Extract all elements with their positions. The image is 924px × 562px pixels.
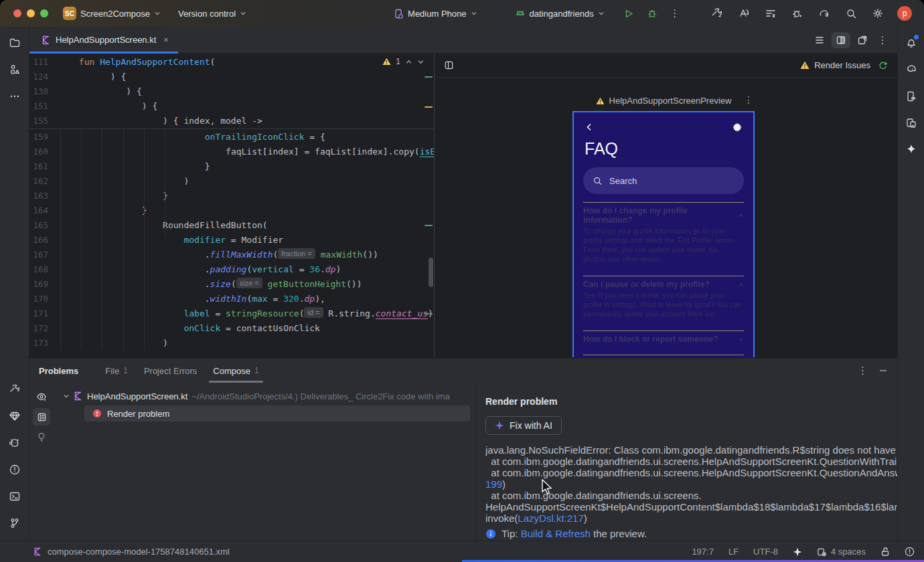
scroll-mark <box>425 313 433 314</box>
faq-search-bar[interactable]: Search <box>583 167 744 194</box>
next-issue-icon[interactable] <box>417 58 425 66</box>
search-everywhere-icon[interactable] <box>840 4 862 23</box>
logcat-icon[interactable] <box>4 432 25 454</box>
editor-more-icon[interactable]: ⋮ <box>874 32 891 48</box>
gradle-sync-icon[interactable] <box>813 4 836 23</box>
error-status-icon[interactable] <box>905 547 915 557</box>
scroll-mark <box>425 106 433 108</box>
running-devices-icon[interactable] <box>901 112 922 134</box>
phone-preview-frame[interactable]: FAQ Search How do I change my profile in… <box>572 111 755 357</box>
chevron-down-icon[interactable] <box>63 393 70 399</box>
faq-item[interactable]: How do I change my profile information?T… <box>583 202 744 264</box>
more-run-options-icon[interactable]: ⋮ <box>664 4 686 23</box>
split-preview-toggle-icon[interactable] <box>832 32 850 48</box>
warning-count: 1 <box>396 57 400 66</box>
line-number: 111 <box>29 55 48 70</box>
status-file-name[interactable]: compose-compose-model-1758748140651.xml <box>48 547 230 557</box>
back-chevron-icon[interactable] <box>585 122 594 132</box>
render-issues-widget[interactable]: Render Issues <box>800 60 888 70</box>
project-folder-icon[interactable] <box>4 32 25 54</box>
stack-trace-link[interactable]: 199 <box>485 478 502 490</box>
minimize-panel-icon[interactable] <box>878 366 888 375</box>
code-line: 155) { index, model -> <box>29 114 434 128</box>
gradle-icon[interactable] <box>901 59 922 80</box>
faq-item[interactable]: How do I block or report someone? <box>583 331 744 355</box>
structure-view-icon[interactable] <box>810 32 829 48</box>
layout-mode-icon[interactable] <box>440 58 457 74</box>
more-tool-windows-icon[interactable] <box>4 86 25 107</box>
faq-item[interactable]: Why did my match disappear? <box>583 355 744 357</box>
version-control-icon[interactable] <box>4 512 25 534</box>
problems-tree: HelpAndSupportScreen.kt ~/AndroidStudioP… <box>54 383 475 541</box>
line-number: 160 <box>29 145 48 159</box>
close-window-button[interactable] <box>13 9 21 17</box>
view-options-icon[interactable] <box>33 388 50 405</box>
line-number: 165 <box>29 218 48 233</box>
indent-config[interactable]: 4 spaces <box>817 547 866 557</box>
tab-file[interactable]: File1 <box>97 359 136 383</box>
stack-trace-line: at com.ibm.google.datingandfriends.ui.sc… <box>485 456 897 467</box>
build-variants-icon[interactable] <box>759 4 782 23</box>
notifications-icon[interactable] <box>901 32 922 54</box>
build-tool-window-icon[interactable] <box>4 379 25 400</box>
editor-scrollbar[interactable] <box>429 258 433 287</box>
render-problem-label: Render problem <box>107 409 169 419</box>
line-number: 167 <box>29 248 48 262</box>
panel-more-icon[interactable]: ⋮ <box>858 365 868 377</box>
prev-issue-icon[interactable] <box>405 58 412 66</box>
build-refresh-icon[interactable] <box>878 60 888 70</box>
code-editor[interactable]: 111fun HelpAndSupportContent(124) {130) … <box>29 54 434 358</box>
app-quality-insights-icon[interactable] <box>4 405 25 427</box>
render-problem-row[interactable]: Render problem <box>84 405 470 421</box>
quickfix-bulb-icon[interactable] <box>33 428 50 446</box>
resource-manager-icon[interactable] <box>4 59 25 80</box>
vcs-widget[interactable]: Version control <box>174 6 250 21</box>
bug-ai-icon[interactable] <box>786 4 809 23</box>
run-configuration-selector[interactable]: datingandfriends <box>511 5 609 21</box>
project-widget[interactable]: SC Screen2Compose <box>59 4 165 23</box>
device-manager-icon[interactable] <box>901 86 922 107</box>
device-selector[interactable]: Medium Phone <box>390 6 481 21</box>
file-encoding[interactable]: UTF-8 <box>753 547 778 557</box>
line-number: 166 <box>29 233 48 248</box>
editor-tab[interactable]: HelpAndSupportScreen.kt × <box>29 27 178 54</box>
fix-with-ai-button[interactable]: Fix with AI <box>485 416 562 435</box>
cursor-position[interactable]: 197:7 <box>692 547 714 557</box>
preview-label[interactable]: HelpAndSupportScreenPreview <box>572 96 755 106</box>
ai-star-icon <box>495 421 504 430</box>
search-icon <box>593 176 603 186</box>
ai-code-actions-icon[interactable] <box>733 4 755 23</box>
line-number: 130 <box>29 84 48 99</box>
tab-compose[interactable]: Compose1 <box>205 359 266 383</box>
details-view-icon[interactable] <box>33 408 50 426</box>
preview-title: HelpAndSupportScreenPreview <box>609 96 732 106</box>
build-refresh-link[interactable]: Build & Refresh <box>521 528 591 539</box>
line-separator[interactable]: LF <box>728 547 739 557</box>
settings-icon[interactable] <box>866 4 889 23</box>
tab-close-icon[interactable]: × <box>163 35 169 45</box>
minimize-window-button[interactable] <box>27 9 35 17</box>
settings-gear-icon[interactable] <box>732 122 743 132</box>
run-button[interactable] <box>618 4 641 23</box>
terminal-icon[interactable] <box>4 486 25 507</box>
faq-list: How do I change my profile information?T… <box>574 194 753 357</box>
detach-editor-icon[interactable] <box>853 32 872 48</box>
problems-tool-window-icon[interactable] <box>4 459 25 480</box>
gemini-icon[interactable] <box>901 139 922 161</box>
problems-file-node[interactable]: HelpAndSupportScreen.kt ~/AndroidStudioP… <box>54 388 475 404</box>
unlock-icon[interactable] <box>880 547 890 557</box>
ai-status-icon[interactable] <box>793 547 802 557</box>
user-avatar[interactable]: p <box>893 4 916 23</box>
faq-item[interactable]: Can I pause or delete my profile?Yes. If… <box>583 276 744 318</box>
build-icon[interactable] <box>706 4 728 23</box>
debug-button[interactable] <box>641 4 664 23</box>
stack-trace-link[interactable]: LazyDsl.kt:217 <box>518 512 583 524</box>
tab-project-errors[interactable]: Project Errors <box>136 359 205 383</box>
code-line: 151) { <box>29 99 434 114</box>
preview-more-icon[interactable]: ⋮ <box>744 94 754 105</box>
maximize-window-button[interactable] <box>40 9 48 17</box>
kotlin-file-icon <box>74 391 83 401</box>
chevron-up-icon <box>738 213 744 219</box>
line-number: 173 <box>29 336 48 351</box>
info-icon <box>485 529 496 539</box>
